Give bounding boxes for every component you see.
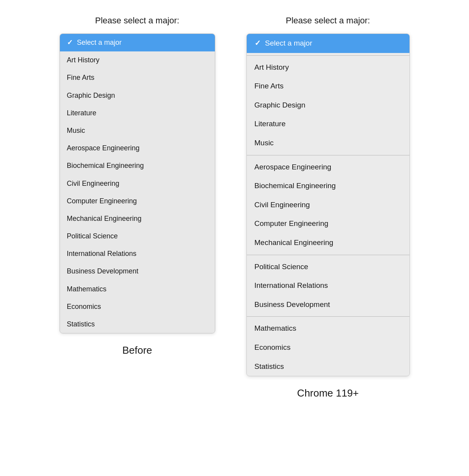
group-divider-group-engineering: [247, 255, 409, 255]
chrome-listbox-item-business-development[interactable]: Business Development: [247, 295, 409, 314]
listbox-item-literature[interactable]: Literature: [60, 104, 215, 122]
group-divider-group-selected: [247, 55, 409, 56]
listbox-item-business-development[interactable]: Business Development: [60, 263, 215, 280]
chrome-listbox-item-economics[interactable]: Economics: [247, 338, 409, 357]
chrome-listbox-item-civil-engineering[interactable]: Civil Engineering: [247, 196, 409, 215]
before-column: Please select a major: ✓ Select a majorA…: [60, 16, 215, 356]
group-divider-group-arts: [247, 155, 409, 155]
listbox-item-fine-arts[interactable]: Fine Arts: [60, 69, 215, 86]
listbox-item-mathematics[interactable]: Mathematics: [60, 280, 215, 298]
listbox-item-biochemical-engineering[interactable]: Biochemical Engineering: [60, 157, 215, 175]
chrome-listbox-item-literature[interactable]: Literature: [247, 115, 409, 134]
listbox-item-select-placeholder[interactable]: ✓ Select a major: [60, 34, 215, 51]
listbox-item-computer-engineering[interactable]: Computer Engineering: [60, 192, 215, 210]
chrome-listbox-item-art-history[interactable]: Art History: [247, 58, 409, 77]
group-divider-group-social: [247, 316, 409, 317]
chrome-column: Please select a major: ✓ Select a majorA…: [246, 16, 410, 399]
before-listbox[interactable]: ✓ Select a majorArt HistoryFine ArtsGrap…: [60, 33, 215, 333]
chrome-listbox-item-aerospace-engineering[interactable]: Aerospace Engineering: [247, 158, 409, 177]
chrome-listbox-item-biochemical-engineering[interactable]: Biochemical Engineering: [247, 176, 409, 196]
chrome-label: Please select a major:: [286, 16, 370, 26]
listbox-item-international-relations[interactable]: International Relations: [60, 245, 215, 263]
chrome-listbox[interactable]: ✓ Select a majorArt HistoryFine ArtsGrap…: [246, 33, 410, 376]
chrome-listbox-item-political-science[interactable]: Political Science: [247, 257, 409, 277]
chrome-listbox-item-select-placeholder[interactable]: ✓ Select a major: [247, 34, 409, 53]
chrome-listbox-item-international-relations[interactable]: International Relations: [247, 276, 409, 295]
listbox-item-political-science[interactable]: Political Science: [60, 227, 215, 245]
chrome-listbox-item-computer-engineering[interactable]: Computer Engineering: [247, 214, 409, 233]
chrome-footer: Chrome 119+: [297, 387, 358, 399]
listbox-item-aerospace-engineering[interactable]: Aerospace Engineering: [60, 139, 215, 157]
chrome-listbox-item-music[interactable]: Music: [247, 134, 409, 153]
listbox-item-statistics[interactable]: Statistics: [60, 316, 215, 333]
chrome-listbox-item-graphic-design[interactable]: Graphic Design: [247, 96, 409, 115]
before-label: Please select a major:: [95, 16, 179, 26]
chrome-listbox-item-statistics[interactable]: Statistics: [247, 357, 409, 376]
listbox-item-art-history[interactable]: Art History: [60, 51, 215, 69]
listbox-item-music[interactable]: Music: [60, 122, 215, 139]
before-footer: Before: [122, 344, 152, 356]
listbox-item-mechanical-engineering[interactable]: Mechanical Engineering: [60, 210, 215, 227]
listbox-item-civil-engineering[interactable]: Civil Engineering: [60, 175, 215, 192]
chrome-listbox-item-mathematics[interactable]: Mathematics: [247, 319, 409, 338]
chrome-listbox-item-fine-arts[interactable]: Fine Arts: [247, 77, 409, 96]
main-container: Please select a major: ✓ Select a majorA…: [8, 16, 461, 399]
checkmark-icon: ✓: [255, 39, 263, 47]
checkmark-icon: ✓: [67, 39, 75, 46]
listbox-item-graphic-design[interactable]: Graphic Design: [60, 87, 215, 104]
chrome-listbox-item-mechanical-engineering[interactable]: Mechanical Engineering: [247, 233, 409, 252]
listbox-item-economics[interactable]: Economics: [60, 298, 215, 316]
